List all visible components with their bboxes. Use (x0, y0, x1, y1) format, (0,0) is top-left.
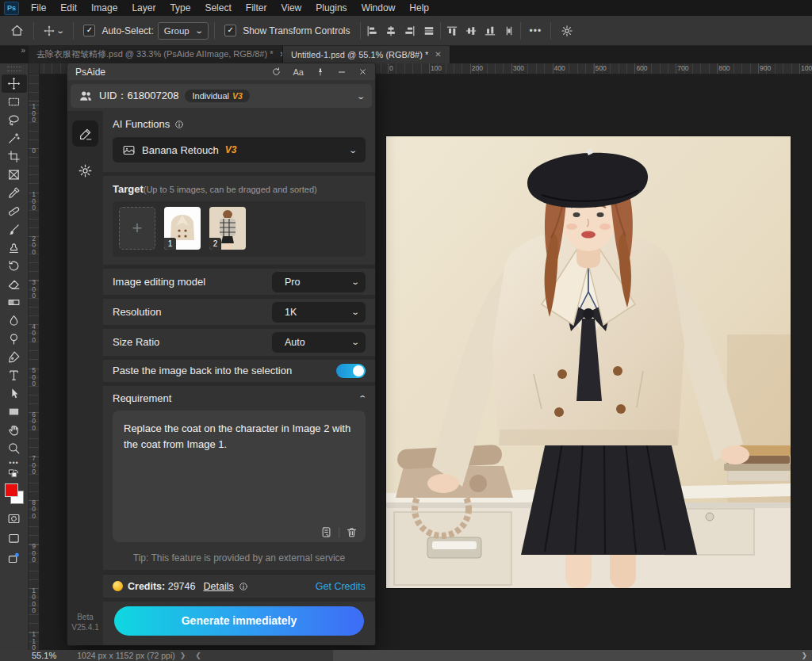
dodge-tool[interactable] (2, 330, 27, 348)
refresh-icon[interactable] (271, 67, 282, 77)
blur-tool[interactable] (2, 311, 27, 330)
auto-select-dropdown[interactable]: Group ⌄ (158, 22, 209, 40)
document-tab-1[interactable]: 去除衣服褶皱精修.psd @ 33.3% (PsAide AIImage, RG… (29, 45, 283, 63)
menu-help[interactable]: Help (402, 0, 436, 16)
chevron-right-icon: ❯ (801, 651, 807, 659)
menu-type[interactable]: Type (163, 0, 197, 16)
chevron-down-icon[interactable]: ⌄ (356, 92, 366, 101)
auto-select-checkbox[interactable]: ✓ Auto-Select: (79, 25, 157, 36)
info-icon[interactable] (239, 582, 248, 591)
distribute-h-icon[interactable] (423, 25, 435, 36)
settings-button[interactable] (72, 158, 98, 184)
canvas-photo-document[interactable] (386, 136, 791, 588)
close-icon[interactable] (358, 67, 367, 76)
more-options-button[interactable]: ••• (527, 25, 546, 36)
frame-tool[interactable] (2, 166, 27, 184)
eraser-tool[interactable] (2, 275, 27, 293)
info-icon[interactable] (174, 120, 184, 129)
paste-back-row: Paste the image back into the selection (103, 360, 375, 383)
pin-icon[interactable] (316, 67, 325, 77)
requirement-textarea[interactable]: Replace the coat on the character in Ima… (113, 411, 366, 542)
home-button[interactable] (6, 24, 28, 37)
prompt-history-icon[interactable] (320, 526, 332, 538)
edit-toolbar-button[interactable]: ••• (0, 459, 28, 467)
align-top-icon[interactable] (446, 25, 458, 36)
size-ratio-dropdown[interactable]: Auto ⌄ (272, 332, 366, 353)
menu-window[interactable]: Window (354, 0, 403, 16)
screen-mode-button[interactable] (2, 532, 27, 545)
document-tab-2[interactable]: Untitled-1.psd @ 55.1% (RGB/8#) * ✕ (283, 45, 450, 63)
zoom-tool[interactable] (2, 439, 27, 457)
menu-view[interactable]: View (274, 0, 308, 16)
generate-button[interactable]: Generate immediately (114, 606, 364, 636)
type-tool[interactable] (2, 366, 27, 384)
chevron-right-icon[interactable]: ❯ (175, 651, 191, 659)
toolbar-collapse-button[interactable]: » (0, 45, 29, 63)
healing-brush-tool[interactable] (2, 202, 27, 220)
pen-tool[interactable] (2, 348, 27, 366)
history-brush-tool[interactable] (2, 257, 27, 275)
zoom-level-field[interactable]: 55.1% (0, 651, 63, 660)
details-link[interactable]: Details (203, 581, 233, 592)
menu-file[interactable]: File (24, 0, 53, 16)
edit-mode-button[interactable] (72, 120, 98, 147)
menu-plugins[interactable]: Plugins (308, 0, 354, 16)
ai-function-dropdown[interactable]: Banana Retouch V3 ⌄ (113, 137, 366, 162)
menu-image[interactable]: Image (84, 0, 124, 16)
lasso-tool[interactable] (2, 111, 27, 129)
menu-layer[interactable]: Layer (124, 0, 163, 16)
move-tool[interactable] (2, 75, 27, 93)
psaide-title-bar[interactable]: PsAide Aa (67, 63, 375, 80)
align-right-icon[interactable] (404, 25, 416, 36)
photoshop-logo[interactable]: Ps (4, 2, 19, 15)
move-tool-preset[interactable]: ⌄ (40, 25, 67, 36)
swap-colors-icon[interactable] (2, 468, 27, 480)
uid-bar[interactable]: UID：618007208 Individual V3 ⌄ (71, 84, 372, 108)
eyedropper-tool[interactable] (2, 184, 27, 202)
document-tab-bar: » 去除衣服褶皱精修.psd @ 33.3% (PsAide AIImage, … (0, 45, 812, 63)
close-tab-icon[interactable]: ✕ (435, 50, 441, 59)
horizontal-scrollbar[interactable]: ❯ (333, 650, 812, 661)
brush-tool[interactable] (2, 220, 27, 239)
align-bottom-icon[interactable] (485, 25, 496, 36)
model-dropdown[interactable]: Pro ⌄ (272, 272, 366, 292)
foreground-color-swatch[interactable] (5, 483, 18, 497)
get-credits-link[interactable]: Get Credits (316, 581, 366, 592)
checkbox-checked-icon[interactable]: ✓ (83, 25, 95, 36)
quick-mask-button[interactable] (2, 512, 27, 525)
align-center-h-icon[interactable] (385, 25, 396, 36)
menu-select[interactable]: Select (197, 0, 238, 16)
menu-edit[interactable]: Edit (53, 0, 84, 16)
status-bar: 55.1% 1024 px x 1152 px (72 ppi) ❯ ❮ ❯ (0, 650, 812, 661)
magic-wand-tool[interactable] (2, 129, 27, 147)
resolution-dropdown[interactable]: 1K ⌄ (272, 302, 366, 323)
add-image-button[interactable]: + (119, 207, 155, 250)
distribute-v-icon[interactable] (504, 25, 515, 36)
minimize-icon[interactable] (337, 67, 347, 77)
chevron-up-icon[interactable]: ⌄ (358, 394, 367, 403)
align-left-icon[interactable] (366, 25, 377, 36)
hand-tool[interactable] (2, 421, 27, 439)
menu-filter[interactable]: Filter (239, 0, 274, 16)
target-thumbnail-2[interactable]: 2 (209, 207, 246, 250)
trash-icon[interactable] (346, 526, 358, 538)
path-select-tool[interactable] (2, 384, 27, 403)
toolbar-grip[interactable] (7, 67, 21, 71)
plugin-icon[interactable] (2, 552, 27, 565)
credits-label: Credits: (128, 581, 165, 592)
align-middle-v-icon[interactable] (465, 25, 477, 36)
show-transform-checkbox[interactable]: ✓ Show Transform Controls (220, 25, 354, 36)
target-thumbnail-1[interactable]: 1 (164, 207, 201, 250)
gradient-tool[interactable] (2, 293, 27, 311)
font-size-icon[interactable]: Aa (293, 67, 304, 77)
crop-tool[interactable] (2, 147, 27, 166)
workspace-gear-button[interactable] (557, 25, 577, 37)
tabs: 去除衣服褶皱精修.psd @ 33.3% (PsAide AIImage, RG… (29, 45, 450, 63)
shape-tool[interactable] (2, 403, 27, 421)
divider (73, 22, 74, 40)
clone-stamp-tool[interactable] (2, 239, 27, 257)
paste-back-toggle[interactable] (336, 364, 366, 378)
marquee-tool[interactable] (2, 93, 27, 111)
chevron-left-icon[interactable]: ❮ (190, 651, 206, 659)
checkbox-checked-icon[interactable]: ✓ (224, 25, 236, 36)
